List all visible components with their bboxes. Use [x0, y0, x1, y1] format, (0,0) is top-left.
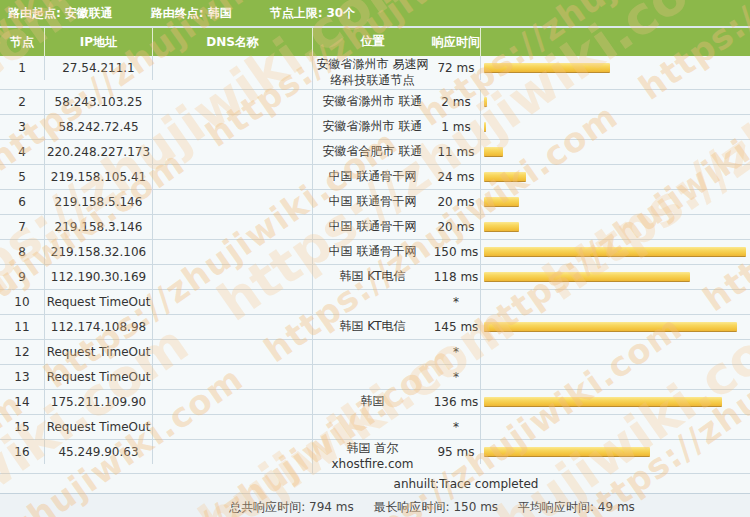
response-time-bar — [484, 172, 526, 182]
node-cell: 14 — [0, 390, 44, 414]
location-cell — [312, 290, 432, 314]
dns-cell — [152, 215, 312, 239]
ip-cell: 58.242.72.45 — [44, 115, 152, 139]
ip-cell: 112.174.108.98 — [44, 315, 152, 339]
table-row: 127.54.211.1安徽省滁州市 易速网络科技联通节点72 ms — [0, 56, 750, 90]
location-cell — [312, 365, 432, 389]
node-cell: 11 — [0, 315, 44, 339]
response-time-cell: * — [432, 340, 480, 364]
route-origin-label: 路由起点: — [8, 6, 61, 20]
response-time-cell: * — [432, 365, 480, 389]
dns-cell — [152, 315, 312, 339]
node-limit: 节点上限:30个 — [270, 5, 356, 22]
table-row: 10Request TimeOut* — [0, 290, 750, 315]
bar-cell — [480, 215, 750, 239]
table-row: 14175.211.109.90韩国136 ms — [0, 390, 750, 415]
node-cell: 3 — [0, 115, 44, 139]
node-cell: 6 — [0, 190, 44, 214]
ip-cell: 219.158.32.106 — [44, 240, 152, 264]
dns-cell — [152, 56, 312, 80]
traceroute-app: 路由起点:安徽联通 路由终点:韩国 节点上限:30个 节点 IP地址 DNS名称… — [0, 0, 750, 517]
response-time-cell: 20 ms — [432, 190, 480, 214]
location-cell — [312, 340, 432, 364]
node-cell: 1 — [0, 56, 44, 80]
location-cell: 中国 联通骨干网 — [312, 190, 432, 214]
dns-cell — [152, 340, 312, 364]
response-time-cell: 145 ms — [432, 315, 480, 339]
response-time-cell: 72 ms — [432, 56, 480, 80]
table-row: 7219.158.3.146中国 联通骨干网20 ms — [0, 215, 750, 240]
dns-cell — [152, 190, 312, 214]
response-time-cell: 95 ms — [432, 440, 480, 464]
bar-cell — [480, 265, 750, 289]
bar-cell — [480, 390, 750, 414]
table-header: 节点 IP地址 DNS名称 位置 响应时间 — [0, 28, 750, 56]
bar-cell — [480, 115, 750, 139]
route-origin-value: 安徽联通 — [65, 6, 113, 20]
response-time-bar — [484, 63, 610, 73]
ip-cell: Request TimeOut — [44, 290, 152, 314]
table-row: 1645.249.90.63韩国 首尔xhostfire.com95 ms — [0, 440, 750, 474]
node-cell: 13 — [0, 365, 44, 389]
avg-response-time-value: 49 ms — [598, 500, 635, 514]
node-limit-label: 节点上限: — [270, 6, 323, 20]
header-dns: DNS名称 — [152, 28, 312, 56]
header-node: 节点 — [0, 28, 44, 56]
node-limit-value: 30个 — [326, 6, 355, 20]
summary-footer: 总共响应时间: 794 ms 最长响应时间: 150 ms 平均响应时间: 49… — [0, 493, 750, 517]
location-cell: 韩国 首尔xhostfire.com — [312, 440, 432, 473]
dns-cell — [152, 440, 312, 464]
dns-cell — [152, 90, 312, 114]
route-destination-value: 韩国 — [208, 6, 232, 20]
location-cell: 韩国 KT电信 — [312, 265, 432, 289]
response-time-cell: 2 ms — [432, 90, 480, 114]
ip-cell: 112.190.30.169 — [44, 265, 152, 289]
dns-cell — [152, 165, 312, 189]
table-row: 5219.158.105.41中国 联通骨干网24 ms — [0, 165, 750, 190]
node-cell: 4 — [0, 140, 44, 164]
dns-cell — [152, 365, 312, 389]
node-cell: 2 — [0, 90, 44, 114]
bar-cell — [480, 56, 750, 80]
trace-status: anhuilt:Trace completed — [0, 474, 750, 493]
response-time-cell: * — [432, 415, 480, 439]
ip-cell: 220.248.227.173 — [44, 140, 152, 164]
dns-cell — [152, 240, 312, 264]
table-row: 6219.158.5.146中国 联通骨干网20 ms — [0, 190, 750, 215]
location-cell: 中国 联通骨干网 — [312, 215, 432, 239]
ip-cell: 58.243.103.25 — [44, 90, 152, 114]
response-time-bar — [484, 322, 737, 332]
table-row: 9112.190.30.169韩国 KT电信118 ms — [0, 265, 750, 290]
location-cell: 安徽省滁州市 联通 — [312, 115, 432, 139]
bar-cell — [480, 290, 750, 314]
header-response-time: 响应时间 — [432, 28, 480, 56]
location-cell: 安徽省合肥市 联通 — [312, 140, 432, 164]
bar-cell — [480, 240, 750, 264]
dns-cell — [152, 265, 312, 289]
table-row: 11112.174.108.98韩国 KT电信145 ms — [0, 315, 750, 340]
header-bar-column — [480, 28, 750, 56]
response-time-cell: 20 ms — [432, 215, 480, 239]
location-cell: 中国 联通骨干网 — [312, 240, 432, 264]
ip-cell: 45.249.90.63 — [44, 440, 152, 464]
avg-response-time: 平均响应时间: 49 ms — [518, 500, 635, 514]
bar-cell — [480, 315, 750, 339]
bar-cell — [480, 340, 750, 364]
response-time-bar — [484, 197, 519, 207]
table-row: 8219.158.32.106中国 联通骨干网150 ms — [0, 240, 750, 265]
table-row: 12Request TimeOut* — [0, 340, 750, 365]
bar-cell — [480, 365, 750, 389]
table-body: 127.54.211.1安徽省滁州市 易速网络科技联通节点72 ms258.24… — [0, 56, 750, 474]
response-time-bar — [484, 122, 486, 132]
response-time-cell: 11 ms — [432, 140, 480, 164]
node-cell: 10 — [0, 290, 44, 314]
response-time-cell: 24 ms — [432, 165, 480, 189]
bar-cell — [480, 90, 750, 114]
route-destination: 路由终点:韩国 — [151, 5, 232, 22]
avg-response-time-label: 平均响应时间: — [518, 500, 594, 514]
max-response-time: 最长响应时间: 150 ms — [374, 500, 499, 514]
dns-cell — [152, 140, 312, 164]
ip-cell: 175.211.109.90 — [44, 390, 152, 414]
node-cell: 15 — [0, 415, 44, 439]
dns-cell — [152, 115, 312, 139]
